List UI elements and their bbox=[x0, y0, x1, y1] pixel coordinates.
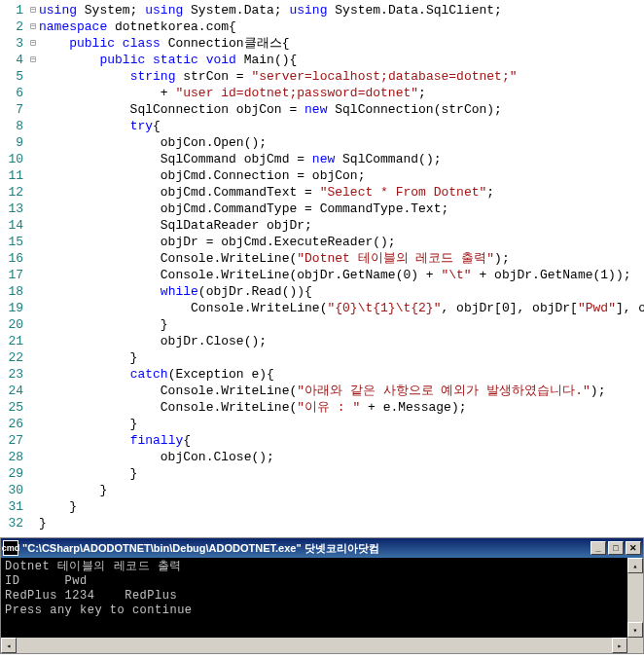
line-number: 26 bbox=[0, 416, 27, 432]
code-line[interactable]: 25 Console.WriteLine("이유 : " + e.Message… bbox=[0, 399, 644, 416]
code-text[interactable]: } bbox=[39, 465, 644, 482]
code-line[interactable]: 3⊟ public class Connection클래스{ bbox=[0, 35, 644, 52]
code-line[interactable]: 27 finally{ bbox=[0, 432, 644, 449]
code-line[interactable]: 24 Console.WriteLine("아래와 같은 사항으로 예외가 발생… bbox=[0, 383, 644, 399]
code-text[interactable]: SqlDataReader objDr; bbox=[39, 217, 644, 234]
line-number: 20 bbox=[0, 316, 27, 333]
line-number: 27 bbox=[0, 432, 27, 449]
line-number: 6 bbox=[0, 85, 27, 101]
code-text[interactable]: objCon.Close(); bbox=[39, 449, 644, 465]
code-line[interactable]: 22 } bbox=[0, 349, 644, 366]
code-text[interactable]: try{ bbox=[39, 118, 644, 134]
vertical-scrollbar[interactable]: ▴ ▾ bbox=[627, 558, 643, 638]
code-text[interactable]: Console.WriteLine("아래와 같은 사항으로 예외가 발생하였습… bbox=[39, 383, 644, 399]
code-line[interactable]: 32} bbox=[0, 515, 644, 531]
fold-toggle[interactable]: ⊟ bbox=[27, 52, 39, 68]
code-text[interactable]: Console.WriteLine("{0}\t{1}\t{2}", objDr… bbox=[39, 300, 644, 316]
console-line: RedPlus 1234 RedPlus bbox=[5, 589, 626, 604]
code-text[interactable]: finally{ bbox=[39, 432, 644, 449]
code-line[interactable]: 2⊟namespace dotnetkorea.com{ bbox=[0, 18, 644, 35]
code-line[interactable]: 16 Console.WriteLine("Dotnet 테이블의 레코드 출력… bbox=[0, 250, 644, 267]
code-line[interactable]: 26 } bbox=[0, 416, 644, 432]
code-line[interactable]: 18 while(objDr.Read()){ bbox=[0, 283, 644, 300]
code-text[interactable]: SqlCommand objCmd = new SqlCommand(); bbox=[39, 151, 644, 167]
code-line[interactable]: 9 objCon.Open(); bbox=[0, 134, 644, 151]
code-line[interactable]: 15 objDr = objCmd.ExecuteReader(); bbox=[0, 234, 644, 250]
code-text[interactable]: while(objDr.Read()){ bbox=[39, 283, 644, 300]
code-line[interactable]: 23 catch(Exception e){ bbox=[0, 366, 644, 383]
console-icon: cmd bbox=[3, 540, 18, 556]
code-text[interactable]: string strCon = "server=localhost;databa… bbox=[39, 68, 644, 85]
code-line[interactable]: 11 objCmd.Connection = objCon; bbox=[0, 167, 644, 184]
maximize-button[interactable]: □ bbox=[608, 541, 624, 555]
code-text[interactable]: + "user id=dotnet;password=dotnet"; bbox=[39, 85, 644, 101]
code-text[interactable]: } bbox=[39, 482, 644, 498]
line-number: 28 bbox=[0, 449, 27, 465]
code-text[interactable]: objCmd.CommandText = "Select * From Dotn… bbox=[39, 184, 644, 201]
code-line[interactable]: 4⊟ public static void Main(){ bbox=[0, 52, 644, 68]
line-number: 4 bbox=[0, 52, 27, 68]
scroll-down-button[interactable]: ▾ bbox=[627, 622, 643, 638]
code-text[interactable]: public class Connection클래스{ bbox=[39, 35, 644, 52]
code-text[interactable]: SqlConnection objCon = new SqlConnection… bbox=[39, 101, 644, 118]
code-line[interactable]: 21 objDr.Close(); bbox=[0, 333, 644, 349]
fold-toggle[interactable]: ⊟ bbox=[27, 2, 39, 18]
code-text[interactable]: namespace dotnetkorea.com{ bbox=[39, 18, 644, 35]
horizontal-scrollbar[interactable]: ◂ ▸ bbox=[1, 638, 643, 653]
line-number: 22 bbox=[0, 349, 27, 366]
code-line[interactable]: 12 objCmd.CommandText = "Select * From D… bbox=[0, 184, 644, 201]
code-text[interactable]: Console.WriteLine("Dotnet 테이블의 레코드 출력"); bbox=[39, 250, 644, 267]
code-text[interactable]: } bbox=[39, 316, 644, 333]
code-line[interactable]: 6 + "user id=dotnet;password=dotnet"; bbox=[0, 85, 644, 101]
scroll-left-button[interactable]: ◂ bbox=[1, 638, 17, 653]
code-line[interactable]: 19 Console.WriteLine("{0}\t{1}\t{2}", ob… bbox=[0, 300, 644, 316]
code-text[interactable]: objDr = objCmd.ExecuteReader(); bbox=[39, 234, 644, 250]
line-number: 19 bbox=[0, 300, 27, 316]
code-line[interactable]: 31 } bbox=[0, 498, 644, 515]
line-number: 32 bbox=[0, 515, 27, 531]
code-line[interactable]: 5 string strCon = "server=localhost;data… bbox=[0, 68, 644, 85]
line-number: 25 bbox=[0, 399, 27, 416]
code-line[interactable]: 10 SqlCommand objCmd = new SqlCommand(); bbox=[0, 151, 644, 167]
console-output[interactable]: Dotnet 테이블의 레코드 출력ID PwdRedPlus 1234 Red… bbox=[1, 558, 643, 638]
code-text[interactable]: } bbox=[39, 349, 644, 366]
code-line[interactable]: 29 } bbox=[0, 465, 644, 482]
code-line[interactable]: 30 } bbox=[0, 482, 644, 498]
code-line[interactable]: 14 SqlDataReader objDr; bbox=[0, 217, 644, 234]
line-number: 15 bbox=[0, 234, 27, 250]
code-line[interactable]: 20 } bbox=[0, 316, 644, 333]
code-text[interactable]: objDr.Close(); bbox=[39, 333, 644, 349]
minimize-button[interactable]: _ bbox=[590, 541, 606, 555]
code-text[interactable]: public static void Main(){ bbox=[39, 52, 644, 68]
code-line[interactable]: 28 objCon.Close(); bbox=[0, 449, 644, 465]
console-titlebar[interactable]: cmd "C:\CSharp\ADODOTNET\bin\Debug\ADODO… bbox=[1, 538, 643, 558]
scroll-track-h[interactable] bbox=[17, 638, 612, 653]
code-editor[interactable]: 1⊟using System; using System.Data; using… bbox=[0, 0, 644, 533]
code-text[interactable]: } bbox=[39, 498, 644, 515]
fold-toggle[interactable]: ⊟ bbox=[27, 35, 39, 52]
code-text[interactable]: } bbox=[39, 416, 644, 432]
code-text[interactable]: objCmd.CommandType = CommandType.Text; bbox=[39, 201, 644, 217]
resize-grip[interactable] bbox=[627, 638, 643, 653]
line-number: 5 bbox=[0, 68, 27, 85]
code-text[interactable]: catch(Exception e){ bbox=[39, 366, 644, 383]
fold-toggle[interactable]: ⊟ bbox=[27, 18, 39, 35]
code-text[interactable]: objCmd.Connection = objCon; bbox=[39, 167, 644, 184]
line-number: 21 bbox=[0, 333, 27, 349]
code-line[interactable]: 17 Console.WriteLine(objDr.GetName(0) + … bbox=[0, 267, 644, 283]
code-line[interactable]: 1⊟using System; using System.Data; using… bbox=[0, 2, 644, 18]
console-window: cmd "C:\CSharp\ADODOTNET\bin\Debug\ADODO… bbox=[0, 537, 644, 654]
code-line[interactable]: 8 try{ bbox=[0, 118, 644, 134]
code-text[interactable]: Console.WriteLine(objDr.GetName(0) + "\t… bbox=[39, 267, 644, 283]
code-text[interactable]: } bbox=[39, 515, 644, 531]
code-text[interactable]: using System; using System.Data; using S… bbox=[39, 2, 644, 18]
code-line[interactable]: 13 objCmd.CommandType = CommandType.Text… bbox=[0, 201, 644, 217]
code-text[interactable]: Console.WriteLine("이유 : " + e.Message); bbox=[39, 399, 644, 416]
scroll-up-button[interactable]: ▴ bbox=[627, 558, 643, 573]
code-text[interactable]: objCon.Open(); bbox=[39, 134, 644, 151]
close-button[interactable]: ✕ bbox=[626, 541, 641, 555]
scroll-right-button[interactable]: ▸ bbox=[612, 638, 627, 653]
scroll-track[interactable] bbox=[627, 573, 643, 622]
line-number: 31 bbox=[0, 498, 27, 515]
code-line[interactable]: 7 SqlConnection objCon = new SqlConnecti… bbox=[0, 101, 644, 118]
